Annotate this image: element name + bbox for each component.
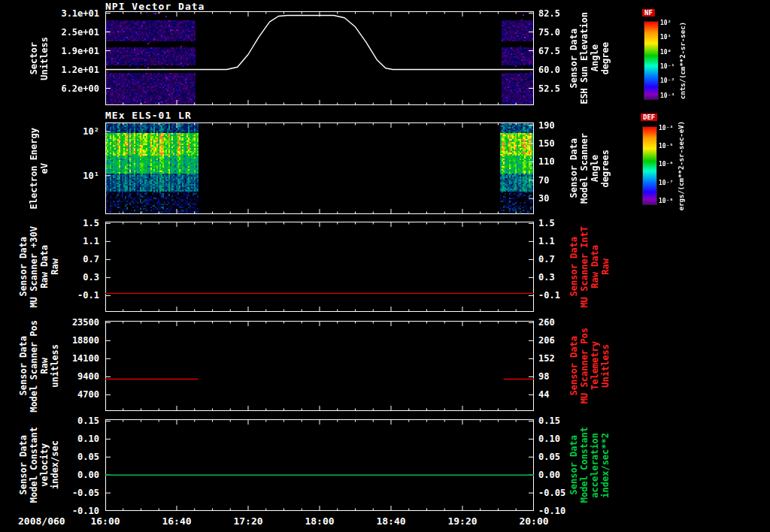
axis-title-line: Sensor Data <box>569 435 579 494</box>
x-axis-tick-label: 20:00 <box>511 515 556 527</box>
colorbar-def-tick: 10⁻⁵ <box>659 143 673 150</box>
axis-title-line: index/sec <box>50 440 60 489</box>
axis-title-line: Angle <box>590 155 600 182</box>
x-axis-tick-label: 16:40 <box>154 515 199 527</box>
axis-title-line: Unitless <box>40 37 50 80</box>
axis-title-line: Sensor Data <box>569 29 579 88</box>
figure: NPI Vector Data MEx ELS-01 LR 2008/060 3… <box>0 0 770 532</box>
colorbar-def-label: DEF <box>641 113 657 121</box>
x-axis-tick-label: 16:00 <box>83 515 128 527</box>
axis-title-line: Model Constant <box>29 427 39 503</box>
colorbar-nf-unit: cnts/(cm**2-sr-sec) <box>677 14 689 107</box>
axis-title-line: MU Scanner Pos <box>580 328 590 404</box>
axis-title-line: Sensor Data <box>569 138 579 198</box>
colorbar-def-tick: 10⁻⁶ <box>659 161 673 168</box>
colorbar-def-tick: 10⁻⁸ <box>659 198 673 204</box>
panel-1-right-axis-title: Sensor DataESH Sun ElevationAngledegree <box>565 11 614 105</box>
x-axis-tick-label: 18:40 <box>368 515 414 527</box>
panel-5-right-axis-title: Sensor DataModel Constantaccelerationind… <box>565 419 614 511</box>
x-axis-tick-label: 17:20 <box>226 515 271 527</box>
colorbar-nf-tick: 10⁻² <box>660 77 675 84</box>
axis-title-line: Electron Energy <box>29 128 39 209</box>
axis-title-line: Unitless <box>601 344 611 388</box>
axis-title-line: Raw Data <box>590 245 600 289</box>
axis-title-line: eV <box>40 163 50 174</box>
axis-title-line: Sensor Data <box>569 237 579 296</box>
axis-title-line: acceleration <box>590 433 600 498</box>
panel-1-plot <box>105 11 534 105</box>
colorbar-def-tick: 10⁻⁷ <box>659 180 673 186</box>
axis-title-line: Sensor Data <box>569 336 579 395</box>
panel-4-plot <box>105 321 534 411</box>
panel-3-plot <box>105 222 534 312</box>
colorbar-unit-text: ergs/(cm**2-sr-sec-eV) <box>678 121 685 210</box>
panel-3-right-axis-title: Sensor DataMU Scanner IntTRaw DataRaw <box>565 222 614 312</box>
axis-title-line: degree <box>601 42 611 74</box>
colorbar-def-gradient <box>642 126 657 205</box>
panel-4-left-axis-title: Sensor DataModel Scanner PosRawunitless <box>12 321 66 411</box>
panel-2-plot <box>105 122 534 214</box>
panel-2-title: MEx ELS-01 LR <box>105 110 192 121</box>
panel-5-plot <box>105 419 534 511</box>
axis-title-line: index/sec**2 <box>601 433 611 498</box>
axis-title-line: Sector <box>29 42 39 74</box>
axis-title-line: Raw Data <box>40 245 50 289</box>
axis-title-line: Telemetry <box>590 341 600 390</box>
axis-title-line: Angle <box>590 44 600 71</box>
panel-2-right-axis-title: Sensor DataModel ScannerAngledegrees <box>565 122 614 214</box>
axis-title-line: MU Scanner IntT <box>580 226 590 307</box>
panel-5-left-axis-title: Sensor DataModel Constantvelocityindex/s… <box>12 419 66 511</box>
colorbar-def-tick: 10⁻⁴ <box>659 125 673 131</box>
x-axis-tick-label: 18:00 <box>297 515 342 527</box>
axis-title-line: unitless <box>50 344 60 388</box>
panel-1-title: NPI Vector Data <box>105 1 205 12</box>
panel-3-left-axis-title: Sensor DataMU Scanner +30VRaw DataRaw <box>12 222 66 312</box>
colorbar-nf-tick: 10⁻³ <box>660 92 675 99</box>
axis-title-line: Raw <box>601 258 611 275</box>
panel-2-left-axis-title: Electron EnergyeV <box>12 122 66 214</box>
colorbar-nf-tick: 10⁰ <box>660 49 671 56</box>
colorbar-def-unit: ergs/(cm**2-sr-sec-eV) <box>675 119 687 213</box>
colorbar-nf-label: NF <box>642 9 655 17</box>
x-axis-tick-label: 19:20 <box>440 515 485 527</box>
panel-1-left-axis-title: SectorUnitless <box>12 11 66 105</box>
axis-title-line: Model Scanner <box>580 133 590 204</box>
axis-title-line: Model Constant <box>580 427 590 503</box>
x-axis-date-label: 2008/060 <box>18 515 65 527</box>
axis-title-line: Model Scanner Pos <box>29 320 39 413</box>
colorbar-nf-tick: 10⁻¹ <box>660 63 675 70</box>
axis-title-line: ESH Sun Elevation <box>580 12 590 104</box>
axis-title-line: Raw <box>40 358 50 374</box>
panel-4-right-axis-title: Sensor DataMU Scanner PosTelemetryUnitle… <box>565 321 614 411</box>
colorbar-nf-tick: 10² <box>660 20 671 26</box>
axis-title-line: degrees <box>601 150 611 188</box>
axis-title-line: MU Scanner +30V <box>29 226 39 307</box>
axis-title-line: Sensor Data <box>19 435 29 494</box>
colorbar-unit-text: cnts/(cm**2-sr-sec) <box>679 22 687 99</box>
colorbar-nf-tick: 10¹ <box>660 34 671 41</box>
colorbar-nf-gradient <box>644 21 659 100</box>
axis-title-line: Sensor Data <box>19 336 29 395</box>
axis-title-line: Sensor Data <box>19 237 29 296</box>
axis-title-line: velocity <box>40 443 50 487</box>
axis-title-line: Raw <box>50 258 60 275</box>
